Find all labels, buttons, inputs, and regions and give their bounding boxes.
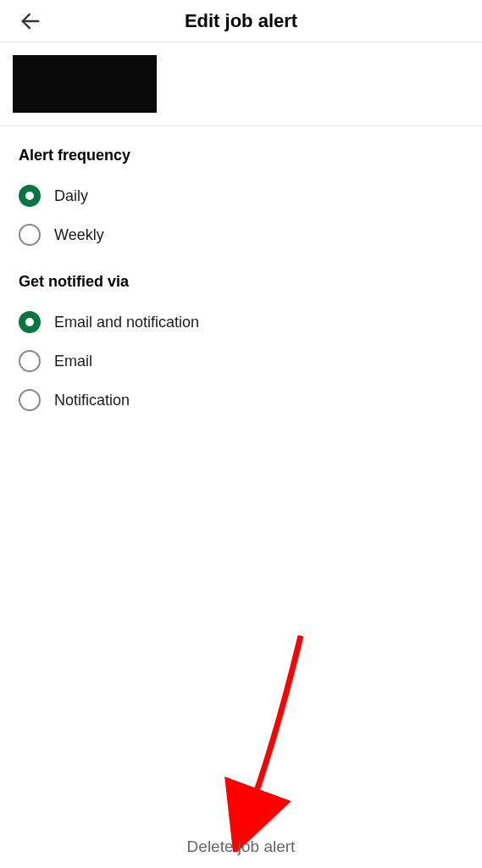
radio-option-email[interactable]: Email — [19, 342, 463, 381]
footer: Delete job alert — [0, 837, 482, 868]
page-title: Edit job alert — [0, 10, 482, 32]
radio-label: Notification — [54, 392, 130, 409]
job-info-block — [0, 42, 482, 126]
radio-label: Email — [54, 353, 92, 370]
radio-option-daily[interactable]: Daily — [19, 176, 463, 215]
radio-label: Daily — [54, 187, 88, 205]
radio-option-weekly[interactable]: Weekly — [19, 215, 463, 254]
frequency-section-title: Alert frequency — [19, 147, 463, 164]
radio-icon — [19, 185, 41, 207]
radio-option-notification[interactable]: Notification — [19, 381, 463, 420]
redacted-job-info — [13, 55, 157, 113]
radio-icon — [19, 389, 41, 411]
content-area: Alert frequency Daily Weekly Get notifie… — [0, 126, 482, 440]
delete-job-alert-button[interactable]: Delete job alert — [187, 837, 296, 856]
radio-icon — [19, 350, 41, 372]
radio-icon — [19, 224, 41, 246]
back-button[interactable] — [15, 6, 46, 36]
radio-option-both[interactable]: Email and notification — [19, 303, 463, 342]
arrow-left-icon — [19, 9, 42, 33]
header: Edit job alert — [0, 0, 482, 42]
notify-section-title: Get notified via — [19, 273, 463, 291]
annotation-arrow-icon — [216, 632, 318, 852]
radio-icon — [19, 311, 41, 333]
radio-label: Weekly — [54, 226, 104, 244]
radio-label: Email and notification — [54, 314, 199, 331]
